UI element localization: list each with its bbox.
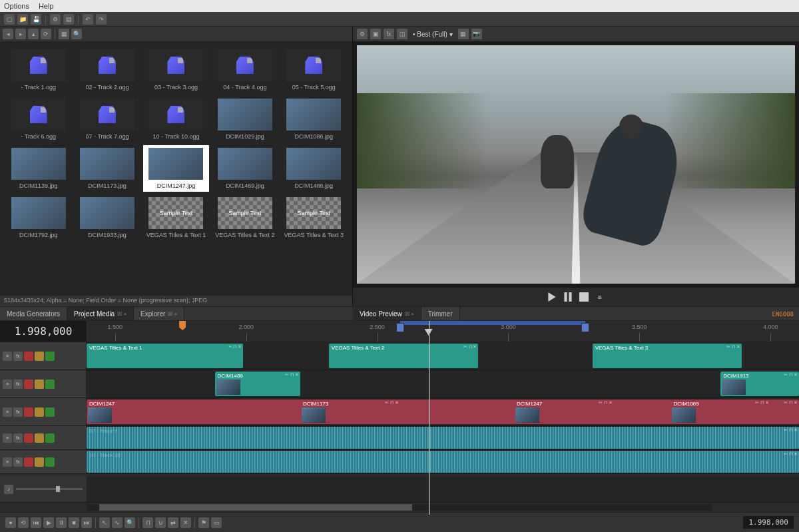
media-up-icon[interactable]: ▴	[28, 29, 39, 39]
play-icon[interactable]	[547, 292, 557, 302]
media-item[interactable]: 03 - Track 3.ogg	[143, 47, 209, 93]
track-solo-icon[interactable]	[45, 433, 55, 443]
media-refresh-icon[interactable]: ⟳	[41, 29, 51, 39]
marker-icon[interactable]: ⚑	[198, 517, 209, 528]
transport-timecode[interactable]: 1.998,000	[743, 516, 794, 529]
track-btn-icon[interactable]: fx	[13, 407, 23, 417]
snap-icon[interactable]: ⊓	[142, 517, 153, 528]
track-header[interactable]: ≡fx	[0, 342, 87, 370]
tab-trimmer[interactable]: Trimmer	[421, 307, 460, 320]
media-view-icon[interactable]: ▦	[59, 29, 69, 39]
close-icon[interactable]: ☒ ×	[117, 311, 127, 317]
media-item[interactable]: DCIM1792.jpg	[5, 194, 71, 241]
track-record-icon[interactable]	[24, 380, 33, 389]
media-fwd-icon[interactable]: ▸	[15, 29, 26, 39]
clip[interactable]: DCIM1913✂ ⊓ ✕	[720, 372, 799, 396]
track-content[interactable]: DCIM1247✂ ⊓ ✕DCIM1173✂ ⊓ ✕DCIM1247✂ ⊓ ✕D…	[87, 398, 799, 425]
track-btn-icon[interactable]: ≡	[3, 352, 12, 361]
track-record-icon[interactable]	[24, 352, 33, 361]
track-btn-icon[interactable]: fx	[13, 433, 23, 443]
track-mute-icon[interactable]	[35, 380, 44, 389]
clip-tools-icon[interactable]: ✂ ⊓ ✕	[784, 427, 798, 433]
save-icon[interactable]: 💾	[31, 14, 41, 25]
track-header[interactable]: ≡fx	[0, 398, 87, 425]
media-item[interactable]: DCIM1139.jpg	[5, 145, 71, 192]
clip-tools-icon[interactable]: ✂ ⊓ ✕	[755, 400, 769, 405]
clip-tools-icon[interactable]: ✂ ⊓ ✕	[599, 400, 613, 405]
media-item[interactable]: 10 - Track 10.ogg	[143, 96, 209, 142]
preview-viewport[interactable]	[357, 45, 795, 284]
clip-tools-icon[interactable]: ✂ ⊓ ✕	[228, 344, 242, 350]
media-item[interactable]: Sample TextVEGAS Titles & Text 1	[143, 194, 209, 241]
preview-split-icon[interactable]: ◫	[397, 29, 407, 39]
record-icon[interactable]: ●	[5, 517, 16, 528]
region-icon[interactable]: ▭	[211, 517, 222, 528]
media-item[interactable]: 05 - Track 5.ogg	[281, 47, 347, 93]
tool-zoom-icon[interactable]: 🔍	[125, 517, 135, 528]
track-content[interactable]: DCIM1486✂ ⊓ ✕DCIM1913✂ ⊓ ✕	[87, 370, 799, 398]
clip[interactable]: DCIM1069✂ ⊓ ✕	[670, 399, 770, 424]
media-item[interactable]: - Track 6.ogg	[5, 96, 71, 142]
play-icon[interactable]: ▶	[43, 517, 54, 528]
track-header[interactable]: ≡fx	[0, 426, 87, 449]
preview-settings-icon[interactable]: ⚙	[357, 29, 368, 39]
track-solo-icon[interactable]	[45, 407, 55, 417]
clip-tools-icon[interactable]: ✂ ⊓ ✕	[784, 372, 798, 378]
preview-ext-icon[interactable]: ▣	[370, 29, 381, 39]
clip-tools-icon[interactable]: ✂ ⊓ ✕	[285, 372, 299, 378]
clip[interactable]: VEGAS Titles & Text 3✂ ⊓ ✕	[593, 344, 742, 368]
track-btn-icon[interactable]: ≡	[3, 380, 12, 389]
preview-snapshot-icon[interactable]: 📷	[471, 29, 482, 39]
track-content[interactable]: 07 - Track 7✂ ⊓ ✕	[87, 426, 799, 449]
pause-icon[interactable]	[563, 292, 573, 302]
pause-icon[interactable]: ⏸	[56, 517, 67, 528]
loop-start-handle[interactable]	[396, 323, 404, 332]
media-search-icon[interactable]: 🔍	[71, 29, 82, 39]
tab-media-generators[interactable]: Media Generators	[0, 307, 67, 320]
media-item[interactable]: 04 - Track 4.ogg	[212, 47, 278, 93]
master-vol-slider[interactable]	[16, 488, 83, 490]
media-item[interactable]: DCIM1173.jpg	[74, 145, 140, 192]
track-solo-icon[interactable]	[45, 457, 55, 467]
render-icon[interactable]: ⚙	[50, 14, 61, 25]
track-btn-icon[interactable]: fx	[13, 457, 23, 467]
media-item[interactable]: Sample TextVEGAS Titles & Text 2	[212, 194, 278, 241]
media-item[interactable]: DCIM1486.jpg	[281, 145, 347, 192]
loop-icon[interactable]: ⟲	[18, 517, 29, 528]
track-solo-icon[interactable]	[45, 380, 55, 389]
clip-tools-icon[interactable]: ✂ ⊓ ✕	[784, 451, 798, 457]
preview-fx-icon[interactable]: fx	[384, 29, 394, 39]
track-mute-icon[interactable]	[35, 407, 44, 417]
track-btn-icon[interactable]: ≡	[3, 457, 12, 467]
timeline-ruler[interactable]: 1.5002.0002.5003.0003.5004.000	[87, 321, 799, 342]
clip-tools-icon[interactable]: ✂ ⊓ ✕	[784, 400, 798, 405]
clip[interactable]: VEGAS Titles & Text 1✂ ⊓ ✕	[87, 344, 243, 368]
properties-icon[interactable]: ▤	[63, 14, 74, 25]
media-item[interactable]: DCIM1247.jpg	[143, 145, 209, 192]
undo-icon[interactable]: ↶	[83, 14, 93, 25]
timeline-scrollbar[interactable]	[0, 503, 799, 512]
media-item[interactable]: DCIM1933.jpg	[74, 194, 140, 241]
tab-project-media[interactable]: Project Media☒ ×	[67, 307, 134, 320]
ripple-icon[interactable]: ⇄	[168, 517, 178, 528]
tool-envelope-icon[interactable]: ∿	[112, 517, 123, 528]
stop-icon[interactable]	[579, 292, 589, 302]
media-item[interactable]: DCIM1469.jpg	[212, 145, 278, 192]
playhead[interactable]	[429, 321, 429, 515]
clip-tools-icon[interactable]: ✂ ⊓ ✕	[385, 400, 399, 405]
media-item[interactable]: Sample TextVEGAS Titles & Text 3	[281, 194, 347, 241]
track-header[interactable]: ≡fx	[0, 450, 87, 473]
menu-icon[interactable]: ≡	[595, 292, 605, 302]
media-item[interactable]: 07 - Track 7.ogg	[74, 96, 140, 142]
new-project-icon[interactable]: ▢	[4, 14, 15, 25]
track-btn-icon[interactable]: fx	[13, 380, 23, 389]
menu-help[interactable]: Help	[39, 2, 54, 10]
track-content[interactable]: VEGAS Titles & Text 1✂ ⊓ ✕VEGAS Titles &…	[87, 342, 799, 370]
track-record-icon[interactable]	[24, 457, 33, 467]
clip[interactable]: DCIM1173✂ ⊓ ✕	[300, 399, 400, 424]
scroll-thumb[interactable]	[99, 504, 412, 511]
redo-icon[interactable]: ↷	[96, 14, 107, 25]
clip[interactable]: 07 - Track 7✂ ⊓ ✕	[87, 427, 799, 449]
track-mute-icon[interactable]	[35, 352, 44, 361]
media-item[interactable]: - Track 1.ogg	[5, 47, 71, 93]
